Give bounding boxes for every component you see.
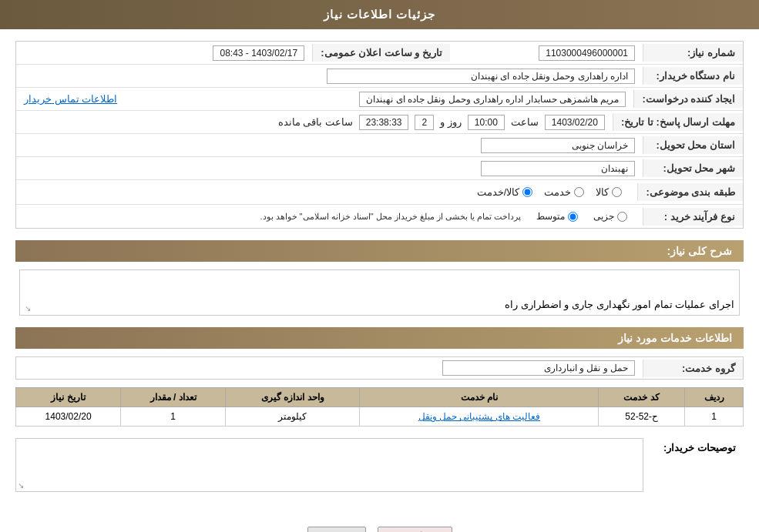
row-buyer-org: نام دستگاه خریدار: اداره راهداری وحمل ون… xyxy=(16,65,743,88)
services-section: اطلاعات خدمات مورد نیاز گروه خدمت: حمل و… xyxy=(15,327,744,504)
summary-value: اجرای عملیات تمام امور نگهداری جاری و اض… xyxy=(25,299,734,310)
delivery-province-value: خراسان جنوبی xyxy=(481,138,635,153)
deadline-time-label: ساعت xyxy=(511,116,539,128)
summary-section: شرح کلی نیاز: اجرای عملیات تمام امور نگه… xyxy=(15,240,744,316)
page-title: جزئیات اطلاعات نیاز xyxy=(324,8,435,21)
row-delivery-city: شهر محل تحویل: نهبندان xyxy=(16,157,743,180)
buyer-desc-box: ↘ xyxy=(15,438,643,492)
buyer-desc-section: توصیحات خریدار: ↘ xyxy=(15,438,744,504)
process-row: جزیی متوسط پرداخت تمام یا بخشی از مبلغ خ… xyxy=(24,208,635,225)
page-wrapper: جزئیات اطلاعات نیاز شماره نیاز: 11030004… xyxy=(0,0,759,532)
service-group-row: گروه خدمت: حمل و نقل و انبارداری xyxy=(15,356,744,380)
print-button[interactable]: چاپ xyxy=(307,527,366,532)
buyer-desc-label: توصیحات خریدار: xyxy=(643,438,744,457)
col-row-num: ردیف xyxy=(685,388,744,407)
radio-jazei-label: جزیی xyxy=(593,211,614,222)
announce-date-value: 1403/02/17 - 08:43 xyxy=(213,45,304,61)
deadline-remaining: 23:38:33 xyxy=(359,115,409,130)
cell-date: 1403/02/20 xyxy=(16,407,121,427)
contact-link[interactable]: اطلاعات تماس خریدار xyxy=(24,93,117,105)
resize-icon: ↘ xyxy=(22,304,31,313)
need-number-value: 1103000496000001 xyxy=(539,45,635,61)
cell-service-code: ح-52-52 xyxy=(599,407,685,427)
row-need-number: شماره نیاز: 1103000496000001 تاریخ و ساع… xyxy=(16,42,743,65)
radio-kala-khedmat-label: کالا/خدمت xyxy=(477,186,520,198)
creator-label: ایجاد کننده درخواست: xyxy=(633,90,743,108)
radio-kala-label: کالا xyxy=(596,186,609,198)
back-button[interactable]: بازگشت xyxy=(378,527,452,532)
col-date: تاریخ نیاز xyxy=(16,388,121,407)
services-section-title: اطلاعات خدمات مورد نیاز xyxy=(15,327,744,349)
radio-kala: کالا xyxy=(596,186,622,198)
deadline-time: 10:00 xyxy=(468,115,505,130)
deadline-day: 2 xyxy=(415,115,434,130)
cell-quantity: 1 xyxy=(121,407,226,427)
radio-jazei: جزیی xyxy=(593,211,627,222)
buyer-org-label: نام دستگاه خریدار: xyxy=(643,67,743,85)
col-service-name: نام خدمت xyxy=(360,388,599,407)
desc-resize-icon: ↘ xyxy=(18,481,24,490)
creator-value: مریم هاشمزهی حسابدار اداره راهداری وحمل … xyxy=(359,92,626,107)
deadline-date: 1403/02/20 xyxy=(545,115,605,130)
radio-motavaset: متوسط xyxy=(536,211,578,222)
deadline-remaining-label: ساعت باقی مانده xyxy=(278,116,353,128)
process-label: نوع فرآیند خرید : xyxy=(643,208,743,226)
row-delivery-province: استان محل تحویل: خراسان جنوبی xyxy=(16,134,743,157)
delivery-city-value: نهبندان xyxy=(481,161,635,176)
table-row: 1 ح-52-52 فعالیت های پشتیبانی حمل ونقل ک… xyxy=(16,407,744,427)
radio-motavaset-label: متوسط xyxy=(536,211,565,222)
radio-khedmat: خدمت xyxy=(544,186,584,198)
summary-section-title: شرح کلی نیاز: xyxy=(15,240,744,262)
button-row: بازگشت چاپ xyxy=(15,515,744,532)
col-quantity: تعداد / مقدار xyxy=(121,388,226,407)
need-number-label: شماره نیاز: xyxy=(643,44,743,62)
radio-khedmat-input[interactable] xyxy=(574,187,584,197)
deadline-label: مهلت ارسال پاسخ: تا تاریخ: xyxy=(613,113,743,131)
radio-jazei-input[interactable] xyxy=(617,212,627,222)
category-label: طبقه بندی موضوعی: xyxy=(637,183,743,201)
buyer-org-value: اداره راهداری وحمل ونقل جاده ای نهبندان xyxy=(327,69,635,84)
row-deadline: مهلت ارسال پاسخ: تا تاریخ: 1403/02/20 سا… xyxy=(16,111,743,134)
table-header-row: ردیف کد خدمت نام خدمت واحد اندازه گیری ت… xyxy=(16,388,744,407)
services-table: ردیف کد خدمت نام خدمت واحد اندازه گیری ت… xyxy=(15,387,744,427)
buyer-desc-content: ↘ xyxy=(15,438,643,504)
row-process: نوع فرآیند خرید : جزیی متوسط پرداخت تمام… xyxy=(16,205,743,228)
main-content: شماره نیاز: 1103000496000001 تاریخ و ساع… xyxy=(0,29,759,532)
service-group-value: حمل و نقل و انبارداری xyxy=(442,360,635,376)
delivery-province-label: استان محل تحویل: xyxy=(643,136,743,154)
row-category: طبقه بندی موضوعی: کالا خدمت xyxy=(16,180,743,205)
radio-motavaset-input[interactable] xyxy=(568,212,578,222)
delivery-city-label: شهر محل تحویل: xyxy=(643,159,743,177)
page-header: جزئیات اطلاعات نیاز xyxy=(0,0,759,29)
row-creator: ایجاد کننده درخواست: مریم هاشمزهی حسابدا… xyxy=(16,88,743,111)
category-radio-group: کالا خدمت کالا/خدمت xyxy=(24,183,630,201)
radio-khedmat-label: خدمت xyxy=(544,186,571,198)
info-section: شماره نیاز: 1103000496000001 تاریخ و ساع… xyxy=(15,41,744,229)
cell-service-name[interactable]: فعالیت های پشتیبانی حمل ونقل xyxy=(360,407,599,427)
cell-unit: کیلومتر xyxy=(226,407,360,427)
radio-kala-input[interactable] xyxy=(612,187,622,197)
col-service-code: کد خدمت xyxy=(599,388,685,407)
announce-date-label: تاریخ و ساعت اعلان عمومی: xyxy=(312,44,450,62)
radio-kala-khedmat: کالا/خدمت xyxy=(477,186,533,198)
radio-kala-khedmat-input[interactable] xyxy=(522,187,532,197)
deadline-day-label: روز و xyxy=(440,116,462,128)
process-note: پرداخت تمام یا بخشی از مبلغ خریداز محل "… xyxy=(260,212,521,222)
service-group-label: گروه خدمت: xyxy=(643,360,743,377)
summary-box: اجرای عملیات تمام امور نگهداری جاری و اض… xyxy=(19,269,740,316)
col-unit: واحد اندازه گیری xyxy=(226,388,360,407)
cell-row-num: 1 xyxy=(685,407,744,427)
